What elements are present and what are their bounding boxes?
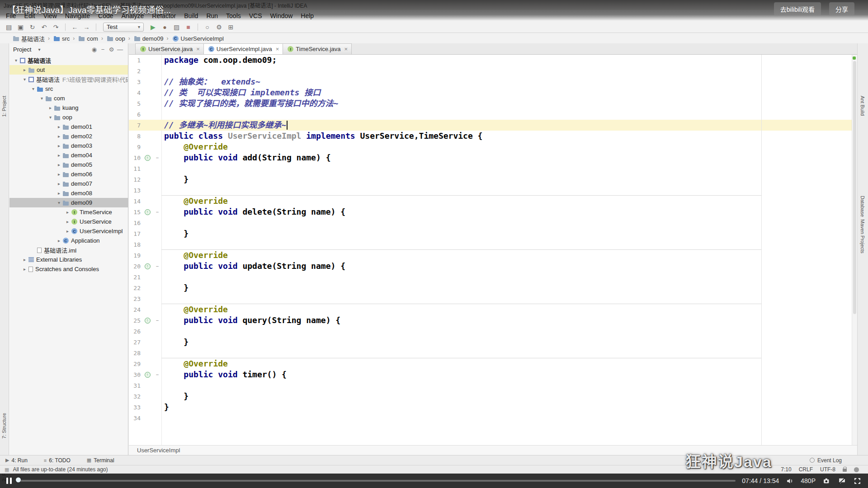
stripe-button-maven-projects[interactable]: Maven Projects xyxy=(860,219,865,253)
code-line[interactable]: 6 xyxy=(129,109,857,120)
tree-item[interactable]: ▸ITimeService xyxy=(9,207,128,217)
close-icon[interactable]: × xyxy=(276,46,279,52)
tree-item[interactable]: ▸Scratches and Consoles xyxy=(9,264,128,274)
tree-item[interactable]: ▸External Libraries xyxy=(9,255,128,264)
code-line[interactable]: 16 xyxy=(129,217,857,228)
fold-marker[interactable]: − xyxy=(153,318,161,323)
code-line[interactable]: 4// 类 可以实现接口 implements 接口 xyxy=(129,87,857,98)
code-line[interactable]: 30↑− public void timer() { xyxy=(129,369,857,380)
code-line[interactable]: 34 xyxy=(129,413,857,423)
inspection-status-icon[interactable] xyxy=(853,56,856,60)
tree-item[interactable]: ▸CUserServiceImpl xyxy=(9,226,128,236)
collapse-all-icon[interactable]: − xyxy=(99,46,107,53)
scrollbar-thumb[interactable] xyxy=(853,61,856,314)
code-line[interactable]: 33} xyxy=(129,402,857,413)
code-line[interactable]: 1package com.oop.demo09; xyxy=(129,55,857,66)
tree-arrow-icon[interactable]: ▸ xyxy=(22,267,28,272)
code-line[interactable]: 24 @Override xyxy=(129,304,857,315)
coverage-icon[interactable]: ▨ xyxy=(171,23,182,32)
fold-marker[interactable]: − xyxy=(153,209,161,215)
tab-userserviceimpl-java[interactable]: CUserServiceImpl.java× xyxy=(203,43,283,54)
video-progress-bar[interactable] xyxy=(18,480,736,482)
breadcrumb-item[interactable]: src xyxy=(52,35,71,42)
tree-arrow-icon[interactable]: ▾ xyxy=(13,58,19,63)
code-line[interactable]: 14 @Override xyxy=(129,196,857,206)
tree-item[interactable]: ▾基础语法F:\班级管理\网课资料\代码\Ja xyxy=(9,75,128,84)
open-project-icon[interactable]: ▤ xyxy=(4,23,14,32)
breadcrumb-item[interactable]: com xyxy=(76,35,99,42)
code-line[interactable]: 12 } xyxy=(129,174,857,185)
screenshot-icon[interactable] xyxy=(822,476,831,485)
override-marker-icon[interactable]: ↑ xyxy=(145,318,151,324)
breadcrumb-item[interactable]: oop xyxy=(105,35,127,42)
code-line[interactable]: 20↑− public void update(String name) { xyxy=(129,261,857,272)
fold-marker[interactable]: − xyxy=(153,263,161,269)
tree-item[interactable]: ▸demo04 xyxy=(9,150,128,160)
readonly-lock-icon[interactable] xyxy=(843,469,847,472)
tree-arrow-icon[interactable]: ▸ xyxy=(56,134,62,139)
tree-item[interactable]: ▸out xyxy=(9,65,128,75)
tree-arrow-icon[interactable]: ▸ xyxy=(65,210,71,215)
event-log-button[interactable]: Event Log xyxy=(810,457,842,464)
code-line[interactable]: 25↑− public void query(String name) { xyxy=(129,315,857,326)
settings-icon[interactable]: ⚙ xyxy=(214,23,224,32)
code-line[interactable]: 15↑− public void delete(String name) { xyxy=(129,206,857,217)
run-icon[interactable]: ▶ xyxy=(148,23,158,32)
code-line[interactable]: 19 @Override xyxy=(129,250,857,261)
code-line[interactable]: 27 } xyxy=(129,337,857,347)
watch-on-bilibili-button[interactable]: 去bilibili观看 xyxy=(774,2,821,16)
tree-arrow-icon[interactable]: ▸ xyxy=(47,105,53,110)
stop-icon[interactable]: ■ xyxy=(183,23,193,32)
fold-marker[interactable]: − xyxy=(153,155,161,160)
code-line[interactable]: 32 } xyxy=(129,391,857,402)
tree-item[interactable]: ▾oop xyxy=(9,113,128,122)
code-line[interactable]: 2 xyxy=(129,66,857,76)
code-line[interactable]: 23 xyxy=(129,293,857,304)
code-line[interactable]: 3// 抽象类： extends~ xyxy=(129,76,857,87)
code-line[interactable]: 21 xyxy=(129,272,857,282)
breadcrumb-item[interactable]: 基础语法 xyxy=(11,34,46,43)
code-line[interactable]: 10↑− public void add(String name) { xyxy=(129,152,857,163)
settings-gear-icon[interactable]: ⚙ xyxy=(107,46,116,53)
tree-arrow-icon[interactable]: ▾ xyxy=(56,200,62,205)
override-marker-icon[interactable]: ↑ xyxy=(145,155,151,161)
share-button[interactable]: 分享 xyxy=(829,2,854,16)
search-icon[interactable]: ○ xyxy=(202,23,212,32)
code-line[interactable]: 18 xyxy=(129,239,857,250)
tree-arrow-icon[interactable]: ▸ xyxy=(56,153,62,158)
tree-arrow-icon[interactable]: ▸ xyxy=(56,238,62,243)
tree-item[interactable]: ▸demo08 xyxy=(9,188,128,198)
caret-position[interactable]: 7:10 xyxy=(781,466,791,473)
code-line[interactable]: 11 xyxy=(129,163,857,174)
tree-item[interactable]: ▸CApplication xyxy=(9,236,128,245)
tree-arrow-icon[interactable]: ▸ xyxy=(65,219,71,224)
back-icon[interactable]: ← xyxy=(70,23,80,32)
tree-item[interactable]: ▸demo05 xyxy=(9,160,128,169)
tree-item[interactable]: ▾com xyxy=(9,94,128,103)
tree-item[interactable]: ▸IUserService xyxy=(9,217,128,226)
file-encoding[interactable]: UTF-8 xyxy=(820,466,835,473)
toolwindow-switcher-icon[interactable]: ▦ xyxy=(5,467,9,473)
inspections-toggle-icon[interactable] xyxy=(854,467,859,472)
code-line[interactable]: 8public class UserServiceImpl implements… xyxy=(129,131,857,141)
close-icon[interactable]: × xyxy=(344,46,348,52)
forward-icon[interactable]: → xyxy=(81,23,92,32)
debug-icon[interactable]: ● xyxy=(160,23,170,32)
tree-arrow-icon[interactable]: ▾ xyxy=(22,77,28,82)
toolwindow-button-todo[interactable]: ≡6: TODO xyxy=(44,457,71,464)
tree-arrow-icon[interactable]: ▾ xyxy=(47,115,53,120)
tree-item[interactable]: 基础语法.iml xyxy=(9,245,128,255)
code-line[interactable]: 26 xyxy=(129,326,857,337)
breadcrumb-class[interactable]: UserServiceImpl xyxy=(137,447,180,454)
editor[interactable]: 1package com.oop.demo09;23// 抽象类： extend… xyxy=(129,55,857,445)
tree-arrow-icon[interactable]: ▸ xyxy=(56,124,62,129)
stripe-button-7-structure[interactable]: 7: Structure xyxy=(1,413,7,439)
toolwindow-button-terminal[interactable]: ▦Terminal xyxy=(87,457,114,464)
tree-item[interactable]: ▸demo06 xyxy=(9,169,128,179)
close-icon[interactable]: × xyxy=(196,46,200,52)
stripe-button-database[interactable]: Database xyxy=(860,196,865,217)
toolwindow-button-run[interactable]: ▶4: Run xyxy=(5,457,28,464)
project-structure-icon[interactable]: ⊞ xyxy=(226,23,236,32)
override-marker-icon[interactable]: ↑ xyxy=(145,263,151,269)
scroll-from-source-icon[interactable]: ◉ xyxy=(90,46,99,53)
